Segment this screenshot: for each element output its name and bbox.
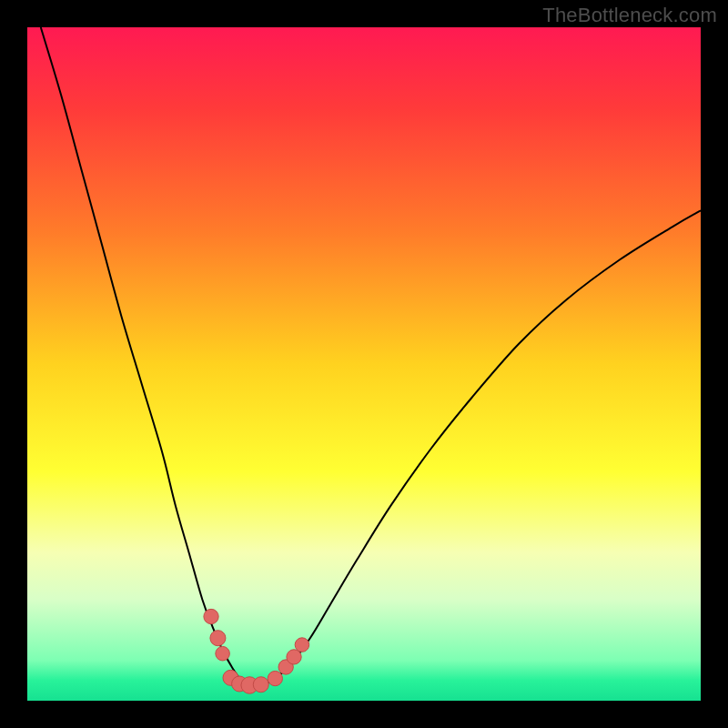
curve-marker [253,677,268,693]
chart-area [27,27,701,701]
curve-marker [268,671,282,685]
curve-marker [210,631,226,646]
chart-svg [27,27,701,701]
curve-marker [204,609,218,623]
watermark-text: TheBottleneck.com [542,4,717,27]
curve-marker [295,638,309,652]
curve-marker [216,646,230,661]
chart-background [27,27,701,701]
